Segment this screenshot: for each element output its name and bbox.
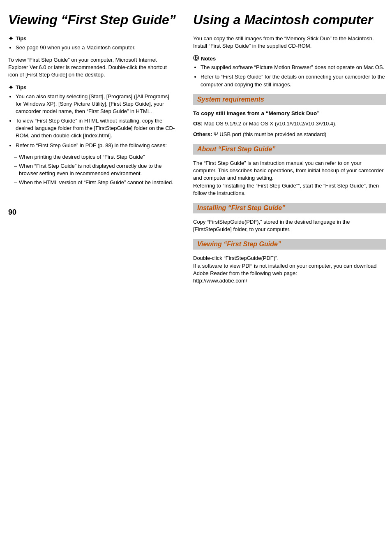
notes-label: ⓑ Notes (193, 55, 386, 62)
right-title: Using a Macintosh computer (193, 12, 386, 28)
intro-para-left: To view “First Step Guide” on your compu… (8, 56, 177, 79)
tips-label-text-1: Tips (16, 35, 27, 42)
tips-block-1: ✦ Tips See page 90 when you use a Macint… (8, 35, 177, 51)
notes-icon: ⓑ (193, 55, 199, 62)
os-label: OS: (193, 120, 203, 127)
tips-label-1: ✦ Tips (8, 35, 177, 42)
dash-item-2: When “First Step Guide” is not displayed… (14, 162, 177, 177)
tips-label-text-2: Tips (16, 84, 27, 90)
about-fsg-section: The “First Step Guide” is an instruction… (193, 160, 386, 197)
about-fsg-para: The “First Step Guide” is an instruction… (193, 160, 386, 197)
tips-icon-1: ✦ (8, 35, 14, 42)
os-value: Mac OS 9.1/9.2 or Mac OS X (v10.1/v10.2/… (204, 120, 337, 127)
tips-list-1: See page 90 when you use a Macintosh com… (16, 44, 177, 51)
viewing-fsg-section: Double-click “FirstStepGuide(PDF)”. If a… (193, 255, 386, 285)
notes-list: The supplied software “Picture Motion Br… (201, 64, 386, 88)
page-number: 90 (8, 192, 177, 217)
installing-fsg-header: Installing “First Step Guide” (193, 203, 386, 213)
others-label: Others: (193, 131, 212, 137)
installing-fsg-section: Copy “FirstStepGuide(PDF),” stored in th… (193, 218, 386, 233)
tips-item-2-2: To view “First Step Guide” in HTML witho… (16, 117, 177, 140)
dash-item-1: When printing the desired topics of “Fir… (14, 153, 177, 161)
installing-fsg-para: Copy “FirstStepGuide(PDF),” stored in th… (193, 218, 386, 233)
intro-para-right: You can copy the still images from the “… (193, 35, 386, 50)
viewing-fsg-para: Double-click “FirstStepGuide(PDF)”. If a… (193, 255, 386, 285)
dash-item-3: When the HTML version of “First Step Gui… (14, 179, 177, 186)
tips-item-2-1: You can also start by selecting [Start],… (16, 93, 177, 116)
tips-icon-2: ✦ (8, 84, 14, 91)
notes-item-2: Refer to “First Step Guide” for the deta… (201, 73, 386, 88)
tips-item-1-1: See page 90 when you use a Macintosh com… (16, 44, 177, 51)
notes-label-text: Notes (201, 56, 216, 62)
left-title: Viewing “First Step Guide” (8, 12, 177, 28)
others-value: Ψ USB port (this must be provided as sta… (214, 131, 327, 137)
notes-item-1: The supplied software “Picture Motion Br… (201, 64, 386, 71)
others-line: Others: Ψ USB port (this must be provide… (193, 131, 386, 138)
about-fsg-header: About “First Step Guide” (193, 144, 386, 155)
tips-list-2: You can also start by selecting [Start],… (16, 93, 177, 149)
os-line: OS: Mac OS 9.1/9.2 or Mac OS X (v10.1/v1… (193, 120, 386, 127)
subsection-title: To copy still images from a “Memory Stic… (193, 110, 386, 118)
tips-block-2: ✦ Tips You can also start by selecting [… (8, 84, 177, 187)
tips-item-2-3: Refer to “First Step Guide” in PDF (p. 8… (16, 142, 177, 149)
system-requirements-section: To copy still images from a “Memory Stic… (193, 110, 386, 138)
right-column: Using a Macintosh computer You can copy … (189, 12, 386, 546)
notes-block: ⓑ Notes The supplied software “Picture M… (193, 55, 386, 88)
system-requirements-header: System requirements (193, 94, 386, 105)
dash-list: When printing the desired topics of “Fir… (14, 153, 177, 187)
viewing-fsg-header: Viewing “First Step Guide” (193, 239, 386, 250)
left-column: Viewing “First Step Guide” ✦ Tips See pa… (8, 12, 189, 546)
tips-label-2: ✦ Tips (8, 84, 177, 91)
